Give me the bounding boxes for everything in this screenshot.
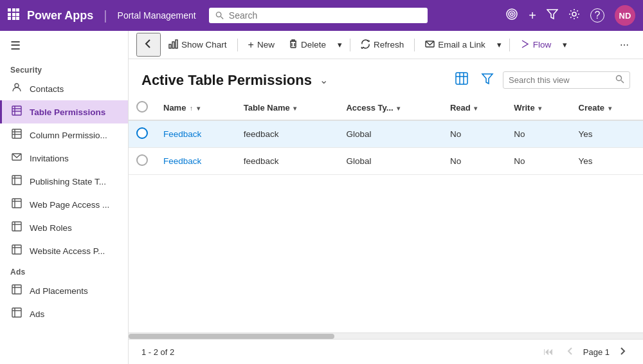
sidebar-item-invitations[interactable]: Invitations: [0, 147, 128, 170]
settings-icon[interactable]: [568, 8, 580, 23]
web-roles-icon: [10, 221, 23, 234]
sidebar-item-web-roles[interactable]: Web Roles: [0, 216, 128, 239]
first-page-button[interactable]: ⏮: [539, 345, 557, 359]
columns-icon-button[interactable]: [451, 69, 472, 91]
col-header-access-type[interactable]: Access Ty... ▾: [338, 96, 442, 120]
svg-rect-51: [456, 73, 467, 84]
show-chart-button[interactable]: Show Chart: [162, 35, 233, 55]
table-container: Name ↑ ▾ Table Name ▾ Access Ty... ▾: [129, 96, 643, 332]
filter-icon[interactable]: [547, 8, 558, 23]
svg-point-16: [15, 84, 19, 87]
svg-rect-0: [8, 8, 11, 12]
col-header-write[interactable]: Write ▾: [506, 96, 570, 120]
svg-point-15: [572, 12, 576, 16]
table-name-sort-icon[interactable]: ▾: [293, 105, 296, 112]
table-footer: 1 - 2 of 2 ⏮ Page 1: [129, 339, 643, 364]
select-all-radio[interactable]: [136, 101, 148, 113]
svg-rect-6: [8, 17, 11, 20]
next-page-button[interactable]: [615, 345, 630, 359]
sidebar-item-table-permissions[interactable]: Table Permissions: [0, 100, 128, 123]
sidebar-item-column-permissions[interactable]: Column Permissio...: [0, 123, 128, 147]
portal-name: Portal Management: [118, 10, 196, 21]
sort-chevron-icon[interactable]: ▾: [197, 105, 200, 112]
row-1-name-link[interactable]: Feedback: [163, 129, 201, 139]
view-title-chevron[interactable]: ⌄: [320, 74, 328, 86]
search-view-input[interactable]: [509, 75, 611, 85]
sidebar-item-invitations-label: Invitations: [30, 154, 69, 163]
flow-button[interactable]: Flow: [514, 35, 558, 55]
email-link-button[interactable]: Email a Link: [419, 35, 492, 55]
delete-button[interactable]: Delete: [282, 35, 332, 54]
delete-icon: [289, 39, 298, 50]
row-2-name[interactable]: Feedback: [156, 148, 236, 175]
sidebar-item-ad-placements[interactable]: Ad Placements: [0, 279, 128, 302]
scrollbar-thumb[interactable]: [129, 334, 334, 339]
filter-icon-button[interactable]: [477, 69, 498, 91]
show-chart-label: Show Chart: [181, 40, 227, 50]
table-permissions-icon: [10, 105, 23, 118]
svg-line-57: [621, 80, 624, 83]
svg-rect-47: [291, 41, 296, 48]
grid-icon[interactable]: [8, 8, 19, 23]
select-all-header[interactable]: [129, 96, 156, 120]
new-label: New: [257, 40, 275, 50]
sidebar-item-contacts[interactable]: Contacts: [0, 77, 128, 100]
top-nav: Power Apps | Portal Management + ? ND: [0, 0, 643, 31]
row-2-create: Yes: [571, 148, 644, 175]
sidebar-item-web-page-access-label: Web Page Access ...: [30, 200, 109, 210]
new-button[interactable]: + New: [242, 35, 281, 55]
col-header-create[interactable]: Create ▾: [571, 96, 644, 120]
create-sort-icon[interactable]: ▾: [608, 105, 611, 112]
main-content: Show Chart + New Delete ▾ Refresh: [129, 31, 643, 364]
table-row[interactable]: Feedback feedback Global No No Yes: [129, 120, 643, 148]
svg-rect-5: [16, 13, 19, 16]
goal-icon[interactable]: [505, 8, 518, 24]
svg-rect-7: [12, 17, 15, 20]
layout: ☰ Security Contacts Table Permissions Co…: [0, 31, 643, 364]
sidebar-item-publishing-state[interactable]: Publishing State T...: [0, 170, 128, 193]
search-this-view[interactable]: [503, 71, 630, 89]
svg-rect-2: [16, 8, 19, 12]
row-1-radio[interactable]: [136, 127, 148, 139]
access-type-sort-icon[interactable]: ▾: [397, 105, 400, 112]
row-1-select[interactable]: [129, 120, 156, 148]
sidebar-item-column-permissions-label: Column Permissio...: [30, 131, 107, 140]
svg-rect-35: [12, 245, 21, 254]
add-icon[interactable]: +: [529, 8, 536, 23]
range-label: 1 - 2 of 2: [141, 347, 174, 357]
help-icon[interactable]: ?: [590, 8, 604, 23]
back-button[interactable]: [136, 33, 161, 57]
row-1-access-type: Global: [338, 120, 442, 148]
row-1-name[interactable]: Feedback: [156, 120, 236, 148]
search-bar[interactable]: [209, 8, 428, 23]
search-input[interactable]: [229, 10, 421, 21]
section-ads-label: Ads: [0, 262, 128, 279]
svg-point-56: [617, 76, 622, 81]
sidebar-item-ads-label: Ads: [30, 309, 44, 319]
avatar[interactable]: ND: [615, 5, 635, 26]
flow-chevron[interactable]: ▾: [559, 36, 571, 53]
delete-chevron[interactable]: ▾: [334, 36, 346, 53]
more-button[interactable]: ⋯: [613, 36, 635, 54]
refresh-icon: [361, 39, 370, 51]
view-actions: [451, 69, 630, 91]
sidebar-item-web-page-access[interactable]: Web Page Access ...: [0, 193, 128, 216]
col-header-read[interactable]: Read ▾: [442, 96, 506, 120]
svg-rect-45: [172, 42, 174, 48]
email-chevron[interactable]: ▾: [493, 36, 505, 53]
horizontal-scrollbar[interactable]: [129, 332, 643, 339]
read-sort-icon[interactable]: ▾: [474, 105, 477, 112]
row-2-select[interactable]: [129, 148, 156, 175]
column-permissions-icon: [10, 129, 23, 141]
sidebar-item-website-access[interactable]: Website Access P...: [0, 239, 128, 262]
prev-page-button[interactable]: [563, 345, 578, 359]
hamburger-icon[interactable]: ☰: [0, 31, 128, 60]
col-header-table-name[interactable]: Table Name ▾: [236, 96, 339, 120]
row-2-radio[interactable]: [136, 154, 148, 166]
write-sort-icon[interactable]: ▾: [538, 105, 541, 112]
col-header-name[interactable]: Name ↑ ▾: [156, 96, 236, 120]
table-row[interactable]: Feedback feedback Global No No Yes: [129, 148, 643, 175]
row-2-name-link[interactable]: Feedback: [163, 156, 201, 166]
refresh-button[interactable]: Refresh: [354, 35, 410, 55]
sidebar-item-ads[interactable]: Ads: [0, 302, 128, 325]
